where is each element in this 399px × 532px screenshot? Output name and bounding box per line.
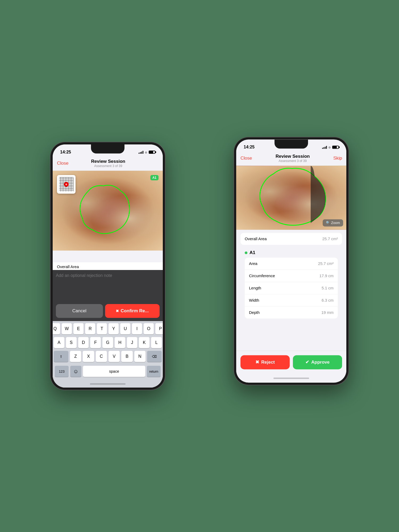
nav-subtitle-left: Assessment 3 of 39 [91, 164, 125, 168]
numbers-key[interactable]: 123 [55, 366, 69, 377]
length-label: Length [249, 286, 261, 290]
key-p[interactable]: P [155, 323, 163, 334]
key-f[interactable]: F [90, 337, 101, 348]
key-u[interactable]: U [120, 323, 130, 334]
approve-label: Approve [311, 360, 330, 365]
a1-section-header: A1 [240, 247, 342, 257]
rejection-textarea[interactable] [56, 273, 160, 300]
status-icons-left: ⌾ [139, 150, 155, 154]
wound-image-right: 🔍 Zoom [236, 166, 346, 230]
nav-title-left: Review Session [91, 159, 125, 164]
key-e[interactable]: E [73, 323, 84, 334]
key-q[interactable]: Q [53, 323, 60, 334]
rejection-overlay: Overall Area Cancel ✖ Confirm Re... [53, 262, 163, 388]
phone-right: 14:25 ⌾ Close [234, 137, 348, 385]
right-phone-content: Close Review Session Assessment 3 of 39 … [236, 153, 346, 383]
key-o[interactable]: O [144, 323, 154, 334]
key-z[interactable]: Z [70, 351, 81, 362]
skip-button[interactable]: Skip [333, 156, 342, 161]
key-i[interactable]: I [132, 323, 142, 334]
key-d[interactable]: D [78, 337, 89, 348]
length-row: Length 5.1 cm [245, 282, 338, 294]
reject-x-icon: ✖ [116, 309, 119, 313]
wound-bg-left: A1 [53, 171, 163, 251]
key-c[interactable]: C [96, 351, 107, 362]
phone-right-screen: 14:25 ⌾ Close [236, 139, 346, 383]
area-label: Area [249, 261, 257, 266]
qr-center-left [64, 182, 69, 187]
wifi-icon-right: ⌾ [329, 145, 331, 149]
emoji-key[interactable]: ☺ [70, 366, 81, 377]
zoom-button[interactable]: 🔍 Zoom [323, 219, 343, 226]
reject-button[interactable]: ✖ Reject [240, 355, 290, 369]
zoom-label: Zoom [331, 221, 340, 225]
rejection-note-area[interactable] [53, 270, 163, 304]
depth-label: Depth [249, 310, 260, 315]
key-y[interactable]: Y [109, 323, 119, 334]
nav-bar-left: Close Review Session Assessment 3 of 39 [53, 158, 163, 171]
measurements-card: Area 25.7 cm² Circumference 17.9 cm Leng… [245, 257, 338, 318]
overall-area-above-modal: Overall Area [53, 262, 163, 270]
notch-right [275, 139, 308, 148]
keyboard: Q W E R T Y U I O P A S D [53, 321, 163, 380]
wound-bg-right: 🔍 Zoom [236, 166, 346, 230]
shift-key[interactable]: ⇧ [54, 351, 68, 362]
close-button-right[interactable]: Close [240, 156, 252, 161]
length-value: 5.1 cm [322, 286, 334, 290]
nav-bar-right: Close Review Session Assessment 3 of 39 … [236, 153, 346, 166]
keyboard-row-1: Q W E R T Y U I O P [54, 323, 162, 334]
key-x[interactable]: X [83, 351, 94, 362]
key-g[interactable]: G [102, 337, 113, 348]
overall-area-row: Overall Area 25.7 cm² [240, 233, 342, 245]
a1-dot [245, 251, 247, 254]
return-key[interactable]: return [147, 366, 161, 377]
keyboard-bottom-row: 123 ☺ space return [54, 365, 162, 379]
action-buttons: ✖ Reject ✔ Approve [236, 351, 346, 373]
approve-check-icon: ✔ [305, 359, 309, 365]
reject-label: Reject [261, 360, 275, 365]
key-t[interactable]: T [97, 323, 107, 334]
confirm-reject-button[interactable]: ✖ Confirm Re... [105, 304, 160, 318]
width-row: Width 6.3 cm [245, 294, 338, 306]
wound-image-left: A1 [53, 171, 163, 251]
close-button-left[interactable]: Close [57, 161, 68, 166]
key-a[interactable]: A [54, 337, 64, 348]
key-r[interactable]: R [85, 323, 95, 334]
key-l[interactable]: L [151, 337, 162, 348]
wound-outline-left [69, 179, 138, 240]
space-key[interactable]: space [83, 366, 145, 377]
phone-left-screen: 14:25 ⌾ Close [53, 144, 163, 388]
nav-subtitle-right: Assessment 3 of 39 [276, 159, 310, 163]
status-time-right: 14:25 [244, 145, 255, 149]
key-v[interactable]: V [109, 351, 120, 362]
home-bar-left [90, 383, 126, 385]
delete-key[interactable]: ⌫ [147, 351, 162, 362]
a1-badge-left: A1 [150, 175, 159, 180]
key-s[interactable]: S [66, 337, 77, 348]
rejection-actions: Cancel ✖ Confirm Re... [53, 304, 163, 321]
circumference-label: Circumference [249, 273, 275, 278]
cancel-button[interactable]: Cancel [56, 304, 103, 318]
circumference-value: 17.9 cm [319, 273, 334, 278]
overall-area-label: Overall Area [245, 236, 267, 241]
status-icons-right: ⌾ [322, 145, 339, 149]
nav-title-group-right: Review Session Assessment 3 of 39 [276, 154, 310, 163]
phone-left: 14:25 ⌾ Close [51, 142, 165, 390]
signal-icon-left [139, 151, 143, 154]
approve-button[interactable]: ✔ Approve [293, 355, 342, 369]
home-indicator-right [236, 373, 346, 383]
key-w[interactable]: W [62, 323, 72, 334]
area-value: 25.7 cm² [318, 261, 334, 266]
key-k[interactable]: K [139, 337, 149, 348]
zoom-icon: 🔍 [326, 221, 330, 225]
key-b[interactable]: B [121, 351, 132, 362]
wound-outline-right [247, 166, 335, 230]
key-h[interactable]: H [115, 337, 125, 348]
reject-x-icon-right: ✖ [255, 359, 259, 365]
key-n[interactable]: N [134, 351, 146, 362]
key-j[interactable]: J [127, 337, 138, 348]
area-row: Area 25.7 cm² [245, 257, 338, 270]
notch-left [91, 144, 124, 153]
keyboard-row-2: A S D F G H J K L [54, 337, 162, 348]
signal-icon-right [322, 146, 327, 149]
